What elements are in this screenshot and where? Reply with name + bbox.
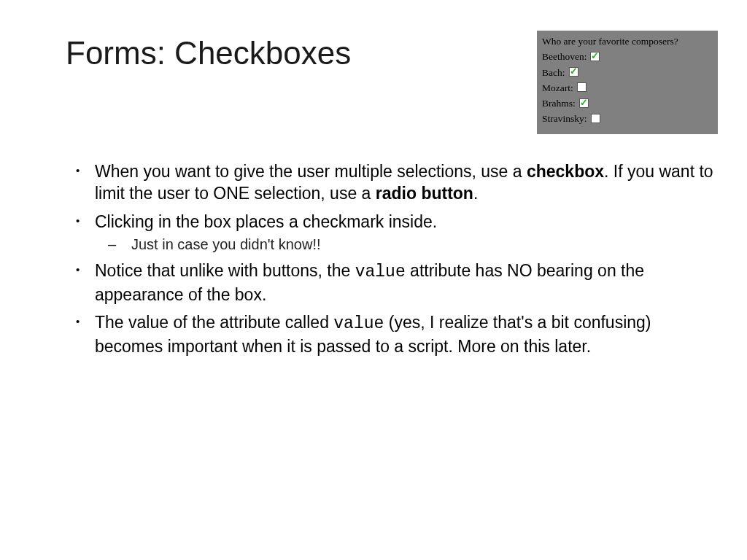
- sub-bullet-text: Just in case you didn't know!!: [131, 236, 321, 252]
- form-row: Beethoven:: [542, 50, 713, 64]
- slide-body: When you want to give the user multiple …: [71, 160, 715, 363]
- bullet-item: The value of the attribute called value …: [71, 311, 715, 357]
- bullet-text: Clicking in the box places a checkmark i…: [95, 212, 437, 231]
- bullet-text: Notice that unlike with buttons, the: [95, 261, 355, 280]
- checkbox-label: Mozart:: [542, 81, 573, 96]
- bullet-text: .: [473, 184, 478, 203]
- bullet-bold: radio button: [376, 184, 473, 203]
- bullet-item: Notice that unlike with buttons, the val…: [71, 260, 715, 306]
- checkbox-label: Stravinsky:: [542, 112, 587, 126]
- form-sample-box: Who are your favorite composers? Beethov…: [537, 31, 718, 134]
- slide-title: Forms: Checkboxes: [66, 35, 351, 71]
- checkbox-beethoven[interactable]: [590, 52, 600, 61]
- checkbox-mozart[interactable]: [577, 82, 587, 92]
- form-question: Who are your favorite composers?: [542, 34, 713, 49]
- checkbox-stravinsky[interactable]: [591, 114, 600, 123]
- code-text: value: [333, 314, 384, 333]
- checkbox-label: Beethoven:: [542, 50, 587, 64]
- bullet-item: When you want to give the user multiple …: [71, 160, 715, 205]
- bullet-item: Clicking in the box places a checkmark i…: [71, 211, 715, 254]
- form-row: Stravinsky:: [542, 112, 713, 126]
- bullet-bold: checkbox: [527, 162, 604, 181]
- checkbox-label: Brahms:: [542, 96, 576, 111]
- checkbox-bach[interactable]: [569, 67, 578, 77]
- form-row: Brahms:: [542, 96, 713, 111]
- form-row: Bach:: [542, 66, 713, 80]
- checkbox-label: Bach:: [542, 66, 565, 80]
- checkbox-brahms[interactable]: [579, 98, 589, 108]
- bullet-text: When you want to give the user multiple …: [95, 162, 527, 181]
- code-text: value: [355, 262, 406, 281]
- sub-bullet-item: Just in case you didn't know!!: [95, 235, 715, 254]
- bullet-text: The value of the attribute called: [95, 313, 333, 332]
- form-row: Mozart:: [542, 81, 713, 96]
